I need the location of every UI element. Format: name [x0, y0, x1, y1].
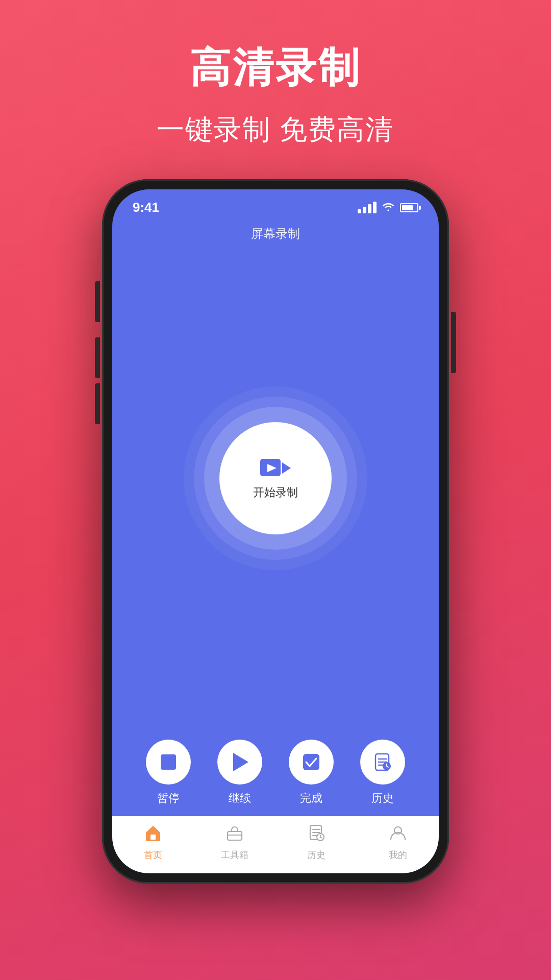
wifi-icon: [382, 201, 395, 214]
svg-rect-9: [151, 835, 156, 840]
app-title-bar: 屏幕录制: [112, 220, 439, 252]
phone-frame: 9:41: [102, 179, 449, 884]
tab-profile[interactable]: 我的: [357, 824, 439, 861]
tab-history[interactable]: 历史: [276, 824, 357, 861]
resume-button[interactable]: [217, 740, 262, 785]
resume-label: 继续: [229, 791, 251, 806]
history-icon: [373, 753, 392, 771]
checkmark-icon: [302, 753, 320, 771]
header-section: 高清录制 一键录制 免费高清: [157, 41, 394, 149]
svg-marker-1: [282, 462, 291, 474]
history-button[interactable]: [360, 740, 405, 785]
stop-icon: [161, 754, 176, 770]
tab-history-label: 历史: [307, 849, 325, 861]
tab-bar: 首页 工具箱: [112, 816, 439, 873]
header-subtitle: 一键录制 免费高清: [157, 111, 394, 149]
tab-toolbox[interactable]: 工具箱: [194, 824, 276, 861]
history-label: 历史: [371, 791, 394, 806]
history-tab-icon: [308, 824, 325, 846]
toolbox-icon: [226, 824, 243, 846]
play-icon: [233, 753, 248, 771]
profile-icon: [389, 824, 407, 846]
home-icon: [144, 824, 162, 846]
pause-control[interactable]: 暂停: [146, 740, 191, 806]
record-button-inner[interactable]: 开始录制: [219, 422, 332, 534]
tab-profile-label: 我的: [389, 849, 407, 861]
done-button[interactable]: [289, 740, 334, 785]
resume-control[interactable]: 继续: [217, 740, 262, 806]
tab-home[interactable]: 首页: [112, 824, 194, 861]
svg-rect-10: [228, 831, 242, 840]
header-title: 高清录制: [157, 41, 394, 96]
record-btn-text: 开始录制: [253, 485, 298, 500]
history-control[interactable]: 历史: [360, 740, 405, 806]
done-control[interactable]: 完成: [289, 740, 334, 806]
status-time: 9:41: [133, 200, 159, 215]
pause-label: 暂停: [157, 791, 180, 806]
record-button-outer[interactable]: 开始录制: [204, 407, 347, 550]
signal-bars-icon: [358, 202, 377, 213]
status-bar: 9:41: [112, 189, 439, 220]
phone-mockup: 9:41: [102, 179, 449, 884]
video-camera-icon: [260, 456, 291, 480]
control-row: 暂停 继续 完成: [112, 724, 439, 816]
main-content: 开始录制: [112, 252, 439, 724]
phone-screen: 9:41: [112, 189, 439, 873]
tab-home-label: 首页: [144, 849, 162, 861]
status-icons: [358, 201, 418, 214]
done-label: 完成: [300, 791, 322, 806]
tab-toolbox-label: 工具箱: [221, 849, 248, 861]
app-title: 屏幕录制: [251, 227, 300, 240]
pause-button[interactable]: [146, 740, 191, 785]
battery-icon: [400, 203, 418, 212]
